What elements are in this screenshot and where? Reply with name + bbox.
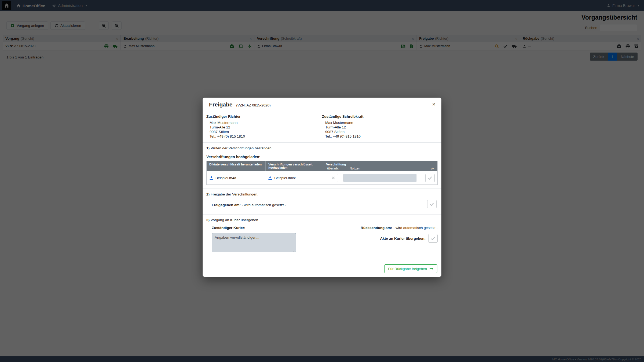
modal-subtitle: (VZN: AZ 0815-2020) (236, 103, 270, 107)
dictate-file-name: Beispiel.m4a (215, 176, 236, 180)
handover-row: Akte an Kurier übergeben: (380, 234, 438, 243)
verschriftung-controls (323, 174, 422, 182)
courier-label: Zuständiger Kurier: (212, 226, 296, 230)
rework-toggle-button[interactable] (329, 174, 338, 182)
freigabe-modal: Freigabe (VZN: AZ 0815-2020) × Zuständig… (203, 98, 441, 277)
return-date-row: Rücksendung am: - wird automatisch geset… (361, 226, 438, 230)
schreibkraft-phone: Tel.: +49 (0) 815 1810 (325, 134, 438, 139)
check-icon (431, 236, 435, 241)
col-download-dictates: Diktate verschlüsselt herunterladen (207, 161, 265, 171)
schreibkraft-street: Turm-Alle 12 (325, 125, 438, 130)
schreibkraft-name: Max Mustermann (325, 120, 438, 125)
richter-street: Turm-Alle 12 (210, 125, 322, 130)
ok-control (422, 174, 437, 182)
release-for-return-label: Für Rückgabe freigeben (388, 267, 427, 271)
col-verschriftung-group: Verschriftung überarb. Notizen (323, 161, 422, 171)
richter-contact: Zuständiger Richter Max Mustermann Turm-… (206, 114, 322, 139)
check-icon (430, 202, 434, 206)
modal-footer: Für Rückgabe freigeben (203, 261, 441, 277)
download-icon (209, 176, 214, 180)
schreibkraft-heading: Zuständige Schreibkraft (322, 114, 438, 119)
col-overworked: überarb. (323, 167, 344, 170)
divider (203, 142, 441, 143)
files-table-header: Diktate verschlüsselt herunterladen Vers… (207, 161, 437, 171)
confirm-file-check-button[interactable] (425, 174, 435, 182)
files-table-row: Beispiel.m4a Beispiel.docx (207, 171, 437, 184)
courier-left: Zuständiger Kurier: (212, 226, 296, 252)
modal-header: Freigabe (VZN: AZ 0815-2020) × (203, 98, 441, 111)
download-dictate-link[interactable]: Beispiel.m4a (207, 176, 265, 180)
richter-name: Max Mustermann (210, 120, 322, 125)
modal-body: Zuständiger Richter Max Mustermann Turm-… (203, 111, 441, 254)
richter-heading: Zuständiger Richter (206, 114, 322, 119)
uploads-heading: Verschriftungen hochgeladen: (206, 155, 438, 159)
step1-heading: 1) Prüfen der Verschriftungen bestätigen… (206, 146, 438, 150)
return-date-label: Rücksendung am: (361, 226, 392, 230)
download-transcript-link[interactable]: Beispiel.docx (265, 176, 323, 180)
col-notes: Notizen (344, 167, 360, 170)
arrow-right-icon (429, 267, 434, 271)
richter-city: 9087 Stiften (210, 130, 322, 134)
courier-right: Rücksendung am: - wird automatisch geset… (361, 226, 438, 252)
return-date-value: - wird automatisch gesetzt - (393, 226, 438, 230)
step3-heading: 3) Vorgang an Kurier übergeben. (206, 218, 438, 222)
files-table: Diktate verschlüsselt herunterladen Vers… (206, 161, 438, 185)
schreibkraft-city: 9087 Stiften (325, 130, 438, 134)
handover-label: Akte an Kurier übergeben: (380, 237, 426, 241)
check-icon (428, 176, 432, 180)
released-at-label: Freigegeben am: (212, 203, 241, 207)
divider (203, 189, 441, 189)
release-check-button[interactable] (427, 200, 437, 208)
modal-title: Freigabe (209, 101, 233, 108)
download-icon (268, 176, 272, 180)
schreibkraft-contact: Zuständige Schreibkraft Max Mustermann T… (322, 114, 438, 139)
notes-input[interactable] (343, 174, 416, 182)
handover-check-button[interactable] (428, 234, 438, 243)
close-icon[interactable]: × (431, 100, 437, 109)
col-ok: ok (422, 161, 437, 171)
richter-phone: Tel.: +49 (0) 815 1810 (210, 134, 322, 139)
x-icon (331, 176, 335, 180)
col-uploaded-transcripts: Verschriftungen verschlüsselt hochgelade… (265, 161, 323, 171)
divider (203, 214, 441, 215)
courier-section: Zuständiger Kurier: Rücksendung am: - wi… (206, 226, 438, 254)
release-for-return-button[interactable]: Für Rückgabe freigeben (384, 264, 437, 273)
step2-heading: 2) Freigabe der Verschriftungen. (206, 192, 438, 196)
contact-section: Zuständiger Richter Max Mustermann Turm-… (206, 111, 438, 139)
courier-details-textarea[interactable] (212, 233, 296, 252)
transcript-file-name: Beispiel.docx (274, 176, 296, 180)
app-window: HomeOffice Administration ▼ Firma Brawur… (0, 0, 644, 362)
release-row: Freigegeben am: - wird automatisch geset… (212, 200, 438, 209)
released-at-value: - wird automatisch gesetzt - (242, 203, 286, 207)
